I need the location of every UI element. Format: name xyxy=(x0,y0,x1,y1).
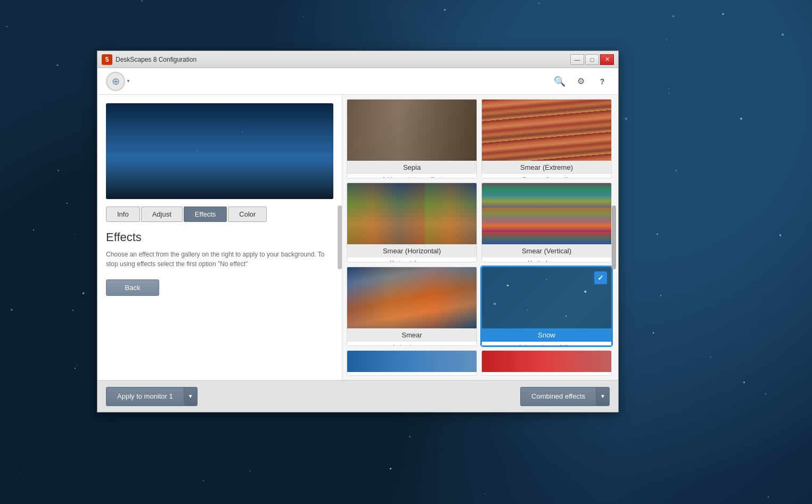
effects-grid: Sepia Add a sepia tone effect Smear (Ext… xyxy=(347,99,614,376)
search-button[interactable] xyxy=(552,74,567,89)
effect-desc-snow: Animated snow falling xyxy=(482,342,611,346)
tab-effects[interactable]: Effects xyxy=(184,206,227,222)
right-scrollbar[interactable] xyxy=(612,205,616,269)
back-button[interactable]: Back xyxy=(106,279,159,296)
selected-checkmark: ✓ xyxy=(594,271,607,284)
effect-card-smear-horizontal[interactable]: Smear (Horizontal) Horizontal smear xyxy=(347,183,477,262)
close-button[interactable]: ✕ xyxy=(600,54,614,65)
effect-label-smear-extreme: Smear (Extreme) xyxy=(482,161,611,174)
apply-dropdown-button[interactable]: ▼ xyxy=(184,387,198,406)
effect-card-partial-1[interactable] xyxy=(347,350,477,376)
combined-effects-button[interactable]: Combined effects xyxy=(520,387,596,406)
effect-thumb-snow: ✓ xyxy=(482,267,611,328)
minimize-button[interactable]: — xyxy=(570,54,584,65)
effect-desc-smear-horizontal: Horizontal smear xyxy=(347,258,477,262)
combined-button-group: Combined effects ▼ xyxy=(520,387,610,406)
effect-label-snow: Snow xyxy=(482,328,611,342)
apply-dropdown-icon: ▼ xyxy=(188,393,193,399)
tab-info[interactable]: Info xyxy=(106,206,140,222)
combined-dropdown-button[interactable]: ▼ xyxy=(596,387,610,406)
search-icon xyxy=(554,76,565,87)
settings-button[interactable] xyxy=(573,74,588,89)
effect-card-smear[interactable]: Smear A simple smear xyxy=(347,267,477,346)
app-header xyxy=(97,68,618,95)
effect-thumb-smear xyxy=(347,267,477,328)
logo-icon xyxy=(112,76,120,87)
right-panel: Sepia Add a sepia tone effect Smear (Ext… xyxy=(342,95,618,380)
effect-thumb-partial-2 xyxy=(482,351,611,372)
bottom-bar: Apply to monitor 1 ▼ Combined effects ▼ xyxy=(97,380,618,412)
effect-card-smear-vertical[interactable]: Smear (Vertical) Vertical smear xyxy=(481,183,612,262)
window-controls: — □ ✕ xyxy=(570,54,614,65)
effect-desc-smear: A simple smear xyxy=(347,342,477,346)
apply-to-monitor-button[interactable]: Apply to monitor 1 xyxy=(106,387,184,406)
gear-icon xyxy=(577,76,585,87)
effect-desc-smear-vertical: Vertical smear xyxy=(482,258,611,262)
main-window: 5 DeskScapes 8 Configuration — □ ✕ xyxy=(97,51,619,412)
section-title: Effects xyxy=(106,230,333,244)
preview-image xyxy=(106,103,333,199)
effect-label-smear-vertical: Smear (Vertical) xyxy=(482,244,611,258)
tab-bar: Info Adjust Effects Color xyxy=(106,206,333,222)
help-icon xyxy=(600,76,605,87)
effect-label-smear: Smear xyxy=(347,328,477,342)
app-icon: 5 xyxy=(102,54,112,65)
effect-thumb-smear-vertical xyxy=(482,183,611,244)
help-button[interactable] xyxy=(595,74,610,89)
effect-card-partial-2[interactable] xyxy=(481,350,612,376)
header-icons xyxy=(552,74,610,89)
left-panel: Info Adjust Effects Color Effects Choose… xyxy=(97,95,342,380)
effect-label-sepia: Sepia xyxy=(347,161,477,174)
effect-desc-smear-extreme: Smears diagonally xyxy=(482,174,611,178)
apply-button-group: Apply to monitor 1 ▼ xyxy=(106,387,198,406)
tab-adjust[interactable]: Adjust xyxy=(141,206,183,222)
tab-color[interactable]: Color xyxy=(228,206,267,222)
effect-thumb-partial-1 xyxy=(347,351,477,372)
logo-menu-button[interactable] xyxy=(106,72,125,91)
effect-thumb-smear-extreme xyxy=(482,100,611,161)
effect-desc-sepia: Add a sepia tone effect xyxy=(347,174,477,178)
effect-card-sepia[interactable]: Sepia Add a sepia tone effect xyxy=(347,99,477,178)
window-title: DeskScapes 8 Configuration xyxy=(116,56,570,63)
combined-dropdown-icon: ▼ xyxy=(600,393,605,399)
effect-card-smear-extreme[interactable]: Smear (Extreme) Smears diagonally xyxy=(481,99,612,178)
left-scrollbar[interactable] xyxy=(338,205,342,269)
content-area: Info Adjust Effects Color Effects Choose… xyxy=(97,95,618,380)
titlebar: 5 DeskScapes 8 Configuration — □ ✕ xyxy=(97,51,618,68)
section-description: Choose an effect from the gallery on the… xyxy=(106,250,333,269)
effect-thumb-smear-horizontal xyxy=(347,183,477,244)
maximize-button[interactable]: □ xyxy=(585,54,599,65)
effect-thumb-sepia xyxy=(347,100,477,161)
effect-card-snow[interactable]: ✓ Snow Animated snow falling xyxy=(481,267,612,346)
effect-label-smear-horizontal: Smear (Horizontal) xyxy=(347,244,477,258)
